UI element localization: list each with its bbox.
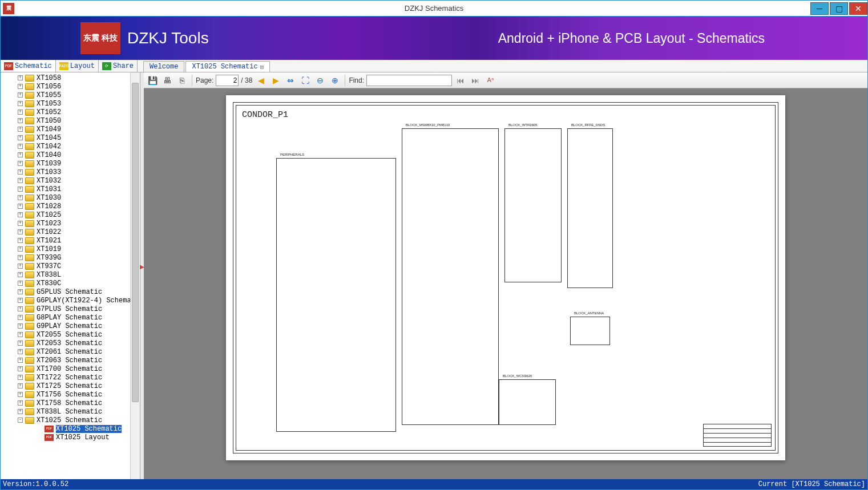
tree-item[interactable]: +XT1030 — [1, 193, 140, 202]
expand-icon[interactable]: + — [18, 358, 23, 363]
close-icon[interactable]: ⊠ — [260, 63, 264, 71]
expand-icon[interactable]: + — [18, 195, 23, 200]
expand-icon[interactable]: + — [18, 84, 23, 89]
tree-item[interactable]: -XT1025 Schematic — [1, 416, 140, 424]
zoom-in-icon[interactable]: ⊕ — [329, 74, 341, 87]
expand-icon[interactable]: + — [18, 169, 23, 175]
tree-item[interactable]: +XT1042 — [1, 142, 140, 151]
tree-item[interactable]: +XT1028 — [1, 202, 140, 210]
close-button[interactable]: ✕ — [849, 2, 867, 15]
maximize-button[interactable]: ▢ — [830, 2, 848, 15]
expand-icon[interactable]: + — [18, 135, 23, 140]
tree-item[interactable]: +XT1040 — [1, 151, 140, 159]
tree-item[interactable]: +XT1700 Schematic — [1, 365, 140, 373]
tree-item[interactable]: +XT830C — [1, 279, 140, 287]
expand-icon[interactable]: + — [18, 238, 23, 243]
tree-item[interactable]: +XT1055 — [1, 91, 140, 99]
side-tab-share[interactable]: ⟳Share — [99, 60, 138, 72]
expand-icon[interactable]: + — [18, 118, 23, 123]
side-tab-schematic[interactable]: PDFSchematic — [1, 60, 56, 72]
expand-icon[interactable]: + — [18, 246, 23, 252]
tree-item[interactable]: +XT1023 — [1, 219, 140, 228]
expand-icon[interactable]: + — [18, 323, 23, 329]
expand-icon[interactable]: + — [18, 341, 23, 346]
tree-item[interactable]: +XT1049 — [1, 125, 140, 133]
tree-item[interactable]: +XT1039 — [1, 159, 140, 168]
sidebar-scrollbar[interactable] — [130, 72, 140, 479]
find-next-icon[interactable]: ⏭ — [469, 74, 482, 87]
scrollbar-thumb[interactable] — [132, 83, 139, 402]
expand-icon[interactable]: + — [18, 221, 23, 226]
save-icon[interactable]: 💾 — [146, 74, 159, 87]
expand-icon[interactable]: + — [18, 212, 23, 217]
expand-icon[interactable]: + — [18, 152, 23, 157]
tree-item[interactable]: +XT1019 — [1, 245, 140, 253]
find-input[interactable] — [366, 75, 452, 86]
expand-icon[interactable]: + — [18, 144, 23, 149]
side-tab-layout[interactable]: PADSLayout — [56, 60, 99, 72]
expand-icon[interactable]: + — [18, 101, 23, 106]
prev-page-icon[interactable]: ◀ — [255, 74, 267, 87]
tree-item[interactable]: +G9PLAY Schematic — [1, 322, 140, 330]
tree-item[interactable]: +XT937C — [1, 262, 140, 270]
expand-icon[interactable]: + — [18, 92, 23, 98]
tree-item[interactable]: +XT1033 — [1, 168, 140, 176]
expand-icon[interactable]: + — [18, 187, 23, 192]
expand-icon[interactable]: + — [18, 409, 23, 414]
tree-item[interactable]: +G7PLUS Schematic — [1, 305, 140, 313]
tree-item[interactable]: +XT1053 — [1, 99, 140, 108]
expand-icon[interactable]: + — [18, 375, 23, 380]
tree-item[interactable]: +XT1056 — [1, 82, 140, 91]
expand-icon[interactable]: + — [18, 127, 23, 132]
tree-item[interactable]: +G5PLUS Schematic — [1, 287, 140, 296]
expand-icon[interactable]: + — [18, 392, 23, 397]
tree-item[interactable]: +XT1032 — [1, 176, 140, 185]
tree-item[interactable]: +XT1050 — [1, 116, 140, 125]
minimize-button[interactable]: ─ — [810, 2, 829, 15]
tree-item[interactable]: +XT1021 — [1, 236, 140, 245]
expand-icon[interactable]: + — [18, 366, 23, 371]
tree-item[interactable]: +XT1022 — [1, 228, 140, 236]
doc-tab[interactable]: XT1025 Schematic⊠ — [185, 61, 270, 72]
copy-icon[interactable]: ⎘ — [176, 74, 188, 87]
expand-icon[interactable]: + — [18, 255, 23, 260]
tree-item[interactable]: +XT838L Schematic — [1, 407, 140, 416]
find-prev-icon[interactable]: ⏮ — [454, 74, 467, 87]
expand-icon[interactable]: + — [18, 349, 23, 354]
tree-item[interactable]: +XT1025 — [1, 210, 140, 219]
tree-item[interactable]: +G8PLAY Schematic — [1, 313, 140, 322]
expand-icon[interactable]: + — [18, 400, 23, 406]
tree-item[interactable]: +G6PLAY(XT1922-4) Schematic — [1, 296, 140, 305]
expand-icon[interactable]: + — [18, 229, 23, 234]
expand-icon[interactable]: + — [18, 161, 23, 166]
doc-tab[interactable]: Welcome — [143, 61, 184, 72]
tree-item[interactable]: +XT2055 Schematic — [1, 330, 140, 339]
tree-item[interactable]: +XT2053 Schematic — [1, 339, 140, 347]
expand-icon[interactable]: + — [18, 281, 23, 286]
tree-item[interactable]: +XT2063 Schematic — [1, 356, 140, 365]
tree-item[interactable]: +XT1058 — [1, 74, 140, 82]
tree-item[interactable]: +XT838L — [1, 270, 140, 279]
tree-item[interactable]: +XT1722 Schematic — [1, 373, 140, 382]
tree-item[interactable]: +XT939G — [1, 253, 140, 262]
tree-item[interactable]: +XT1031 — [1, 185, 140, 193]
expand-icon[interactable]: + — [18, 383, 23, 388]
splitter[interactable]: ▶ — [140, 72, 144, 479]
expand-icon[interactable]: + — [18, 264, 23, 269]
tree-item[interactable]: +XT1758 Schematic — [1, 399, 140, 407]
tree-item[interactable]: +XT2061 Schematic — [1, 347, 140, 356]
expand-icon[interactable]: + — [18, 272, 23, 277]
tree-item[interactable]: +XT1725 Schematic — [1, 382, 140, 390]
expand-icon[interactable]: + — [18, 110, 23, 115]
expand-icon[interactable]: + — [18, 298, 23, 303]
expand-icon[interactable]: + — [18, 306, 23, 311]
expand-icon[interactable]: + — [18, 332, 23, 337]
tree-item[interactable]: +XT1052 — [1, 108, 140, 116]
page-number-input[interactable] — [216, 75, 239, 86]
zoom-out-icon[interactable]: ⊖ — [314, 74, 326, 87]
expand-icon[interactable]: + — [18, 204, 23, 209]
tree-item[interactable]: +XT1756 Schematic — [1, 390, 140, 399]
tree-item[interactable]: +XT1045 — [1, 133, 140, 142]
expand-icon[interactable]: + — [18, 75, 23, 80]
expand-icon[interactable]: - — [18, 418, 23, 423]
